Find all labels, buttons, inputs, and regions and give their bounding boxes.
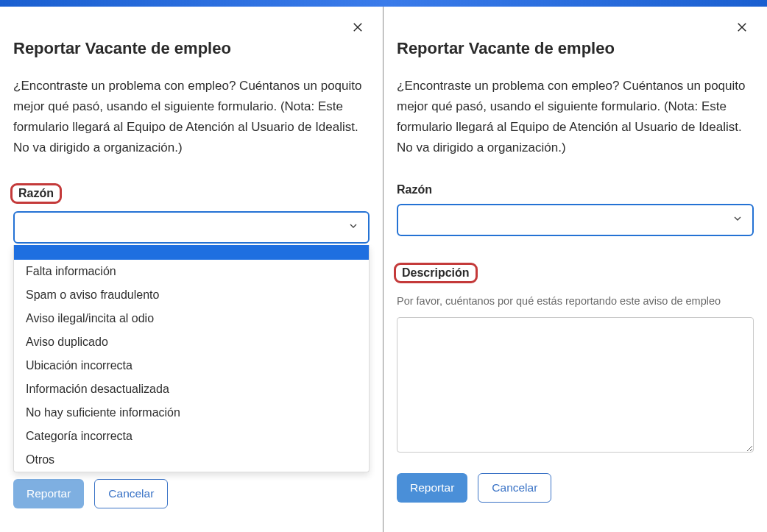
report-dialog-right: Reportar Vacante de empleo ¿Encontraste … — [384, 7, 767, 532]
report-dialog-left: Reportar Vacante de empleo ¿Encontraste … — [0, 7, 384, 532]
reason-option[interactable]: Spam o aviso fraudulento — [14, 283, 369, 307]
reason-select-wrap — [397, 204, 754, 236]
close-button[interactable] — [347, 17, 368, 38]
cancel-button[interactable]: Cancelar — [94, 479, 168, 508]
dialog-title: Reportar Vacante de empleo — [397, 39, 754, 58]
reason-option[interactable]: Falta información — [14, 260, 369, 283]
reason-option[interactable]: Categoría incorrecta — [14, 425, 369, 448]
reason-label: Razón — [397, 183, 432, 196]
top-accent-bar — [0, 0, 767, 7]
reason-select-wrap: Falta información Spam o aviso fraudulen… — [13, 211, 370, 244]
close-icon — [351, 21, 364, 34]
close-button[interactable] — [732, 17, 752, 38]
report-button[interactable]: Reportar — [397, 473, 467, 503]
reason-option[interactable]: Información desactualizada — [14, 377, 369, 401]
split-container: Reportar Vacante de empleo ¿Encontraste … — [0, 7, 767, 532]
reason-option[interactable]: No hay suficiente información — [14, 401, 369, 425]
description-textarea[interactable] — [397, 317, 754, 453]
description-label: Descripción — [394, 263, 478, 283]
dialog-title: Reportar Vacante de empleo — [13, 39, 370, 58]
cancel-button[interactable]: Cancelar — [478, 473, 551, 503]
reason-select[interactable] — [13, 211, 370, 244]
reason-dropdown: Falta información Spam o aviso fraudulen… — [13, 245, 370, 472]
reason-option[interactable]: Aviso ilegal/incita al odio — [14, 307, 369, 330]
dialog-actions: Reportar Cancelar — [13, 479, 168, 508]
reason-label: Razón — [10, 183, 62, 204]
dialog-actions: Reportar Cancelar — [397, 473, 754, 503]
reason-option[interactable]: Ubicación incorrecta — [14, 354, 369, 377]
description-hint: Por favor, cuéntanos por qué estás repor… — [397, 295, 754, 307]
dialog-intro: ¿Encontraste un problema con empleo? Cué… — [13, 76, 367, 158]
reason-option[interactable]: Otros — [14, 448, 369, 472]
close-icon — [735, 21, 749, 34]
reason-option-blank[interactable] — [14, 245, 369, 260]
reason-select[interactable] — [397, 204, 754, 236]
report-button[interactable]: Reportar — [13, 479, 84, 508]
reason-option[interactable]: Aviso duplicado — [14, 330, 369, 354]
dialog-intro: ¿Encontraste un problema con empleo? Cué… — [397, 76, 750, 158]
description-section: Descripción Por favor, cuéntanos por qué… — [397, 263, 754, 455]
